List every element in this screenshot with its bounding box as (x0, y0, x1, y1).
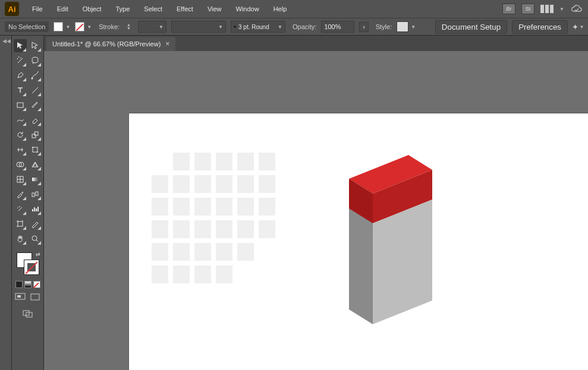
menu-edit[interactable]: Edit (51, 3, 74, 15)
grid-cell (237, 175, 254, 193)
svg-rect-16 (17, 295, 21, 298)
lasso-tool[interactable] (29, 54, 42, 67)
document-tab[interactable]: Untitled-1* @ 66.67% (RGB/Preview) × (46, 37, 175, 51)
grid-cell (194, 243, 211, 261)
magic-wand-tool[interactable] (14, 54, 27, 67)
menu-file[interactable]: File (26, 3, 49, 15)
zoom-tool[interactable] (29, 232, 42, 245)
grid-cell (173, 243, 190, 261)
hand-tool[interactable] (14, 232, 27, 245)
svg-point-7 (17, 162, 21, 167)
gradient-tool[interactable] (29, 173, 42, 186)
selection-status: No Selection (5, 21, 49, 32)
gpu-preview-icon[interactable] (570, 4, 583, 14)
stroke-swatch-button[interactable]: ▼ (75, 22, 92, 31)
fill-swatch-button[interactable]: ▼ (54, 22, 70, 31)
canvas[interactable] (44, 51, 588, 370)
column-graph-tool[interactable] (29, 203, 42, 216)
color-mode-button[interactable] (15, 281, 23, 288)
grid-cell (259, 175, 275, 193)
svg-rect-2 (32, 134, 36, 138)
app-logo: Ai (5, 2, 19, 16)
direct-selection-tool[interactable] (29, 39, 42, 52)
stroke-weight-value[interactable]: ▼ (138, 21, 166, 33)
grid-cell (194, 153, 211, 170)
draw-mode-icon[interactable] (14, 292, 27, 302)
svg-rect-11 (32, 193, 34, 197)
menu-select[interactable]: Select (138, 3, 168, 15)
mesh-tool[interactable] (14, 173, 27, 186)
document-tab-title: Untitled-1* @ 66.67% (RGB/Preview) (52, 40, 161, 48)
rectangle-tool[interactable] (14, 99, 27, 112)
opacity-label: Opacity: (293, 23, 316, 30)
grid-cell (237, 153, 254, 170)
grid-cell (237, 198, 254, 216)
svg-point-5 (32, 147, 33, 148)
header-right-widgets: Br St ▼ (502, 4, 583, 14)
bridge-button[interactable]: Br (502, 4, 515, 14)
pen-tool[interactable] (14, 69, 27, 82)
panel-collapse-gutter[interactable]: ◀◀ (0, 36, 12, 370)
opacity-input[interactable] (321, 21, 354, 33)
grid-cell (216, 153, 232, 170)
width-tool[interactable] (14, 143, 27, 156)
svg-rect-3 (34, 132, 38, 135)
svg-point-14 (32, 236, 37, 241)
menu-view[interactable]: View (202, 3, 228, 15)
blend-tool[interactable] (29, 188, 42, 201)
type-tool[interactable] (14, 84, 27, 97)
stroke-swatch[interactable] (24, 260, 39, 275)
eyedropper-tool[interactable] (14, 188, 27, 201)
menu-effect[interactable]: Effect (171, 3, 199, 15)
selection-tool[interactable] (14, 39, 27, 52)
svg-rect-10 (32, 178, 38, 181)
gradient-mode-button[interactable] (24, 281, 32, 288)
curvature-tool[interactable] (29, 69, 42, 82)
swap-fill-stroke-icon[interactable]: ⇄ (36, 251, 40, 257)
arrange-documents-button[interactable] (540, 5, 554, 13)
scale-tool[interactable] (29, 128, 42, 141)
graphic-style-button[interactable]: ▼ (397, 21, 416, 32)
menu-type[interactable]: Type (110, 3, 136, 15)
document-setup-button[interactable]: Document Setup (435, 20, 507, 34)
grid-cell (216, 265, 232, 283)
menu-help[interactable]: Help (268, 3, 293, 15)
perspective-grid-tool[interactable] (29, 158, 42, 171)
shaper-tool[interactable] (14, 113, 27, 127)
svg-rect-17 (31, 294, 39, 300)
collapse-icon: ◀◀ (2, 38, 11, 44)
close-icon[interactable]: × (165, 40, 169, 48)
artboard-tool[interactable] (14, 217, 27, 230)
grid-cell (173, 153, 190, 170)
menu-object[interactable]: Object (77, 3, 108, 15)
opacity-flyout-button[interactable]: › (359, 22, 368, 32)
control-bar: No Selection ▼ ▼ Stroke: ▲▼ ▼ ▼ 3 pt. Ro… (0, 18, 588, 36)
preferences-button[interactable]: Preferences (512, 20, 568, 34)
grid-cell (237, 243, 254, 261)
stroke-label: Stroke: (99, 23, 120, 30)
fill-stroke-control[interactable]: ⇄ (15, 251, 40, 276)
line-segment-tool[interactable] (29, 84, 42, 97)
chevron-down-icon: ▼ (559, 7, 564, 12)
brush-definition[interactable]: 3 pt. Round ▼ (231, 21, 285, 33)
change-screen-mode-icon[interactable] (21, 308, 34, 319)
screen-mode-icon[interactable] (29, 292, 42, 302)
stock-button[interactable]: St (521, 4, 534, 14)
none-mode-button[interactable] (33, 281, 40, 288)
symbol-sprayer-tool[interactable] (14, 203, 27, 216)
menu-window[interactable]: Window (230, 3, 265, 15)
rotate-tool[interactable] (14, 128, 27, 141)
eraser-tool[interactable] (29, 113, 42, 127)
grid-cell (152, 243, 168, 261)
free-transform-tool[interactable] (29, 143, 42, 156)
stroke-weight-stepper[interactable]: ▲▼ (124, 21, 133, 33)
variable-width-profile[interactable]: ▼ (171, 21, 226, 33)
align-flyout-icon[interactable]: ✦▼ (573, 21, 583, 32)
grid-cell (259, 220, 275, 238)
document-tab-bar: Untitled-1* @ 66.67% (RGB/Preview) × (44, 36, 588, 51)
grid-cell (152, 220, 168, 238)
slice-tool[interactable] (29, 217, 42, 230)
style-label: Style: (376, 23, 392, 30)
paintbrush-tool[interactable] (29, 99, 42, 112)
shape-builder-tool[interactable] (14, 158, 27, 171)
